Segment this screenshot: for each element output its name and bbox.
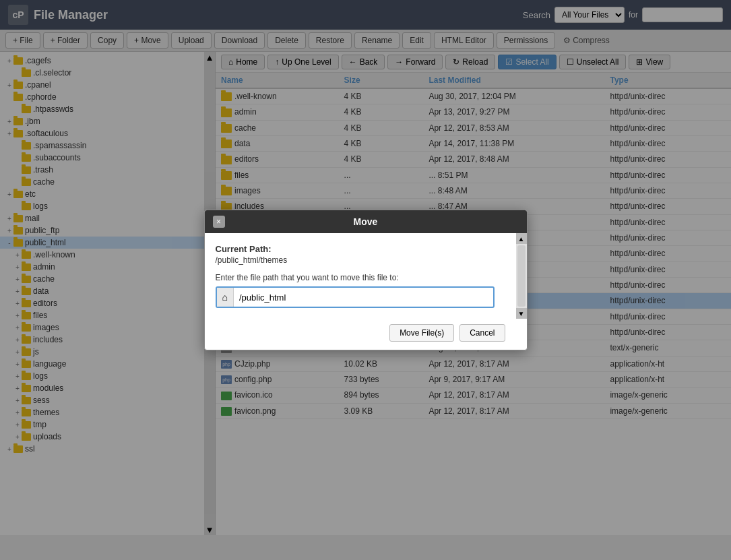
modal-title: Move [225, 216, 507, 227]
cancel-button[interactable]: Cancel [459, 324, 505, 342]
move-modal: × Move Current Path: /public_html/themes… [204, 210, 528, 350]
modal-footer: Move File(s) Cancel [205, 319, 516, 350]
modal-body: Current Path: /public_html/themes Enter … [205, 233, 527, 319]
home-icon: ⌂ [222, 292, 228, 303]
enter-path-label: Enter the file path that you want to mov… [216, 273, 505, 282]
modal-scroll-track [517, 245, 526, 307]
path-home-button[interactable]: ⌂ [217, 288, 234, 307]
current-path-value: /public_html/themes [216, 255, 505, 265]
path-input-row: ⌂ [216, 286, 495, 308]
path-input[interactable] [234, 289, 493, 306]
modal-scrollbar: ▲ ▼ [516, 233, 527, 319]
modal-header: × Move [205, 210, 527, 233]
modal-scroll-down-btn[interactable]: ▼ [516, 308, 527, 319]
current-path-label: Current Path: [216, 244, 505, 254]
modal-scroll-up-btn[interactable]: ▲ [516, 233, 527, 244]
move-files-button[interactable]: Move File(s) [389, 324, 454, 342]
modal-close-button[interactable]: × [213, 216, 225, 228]
modal-overlay: × Move Current Path: /public_html/themes… [0, 0, 731, 560]
